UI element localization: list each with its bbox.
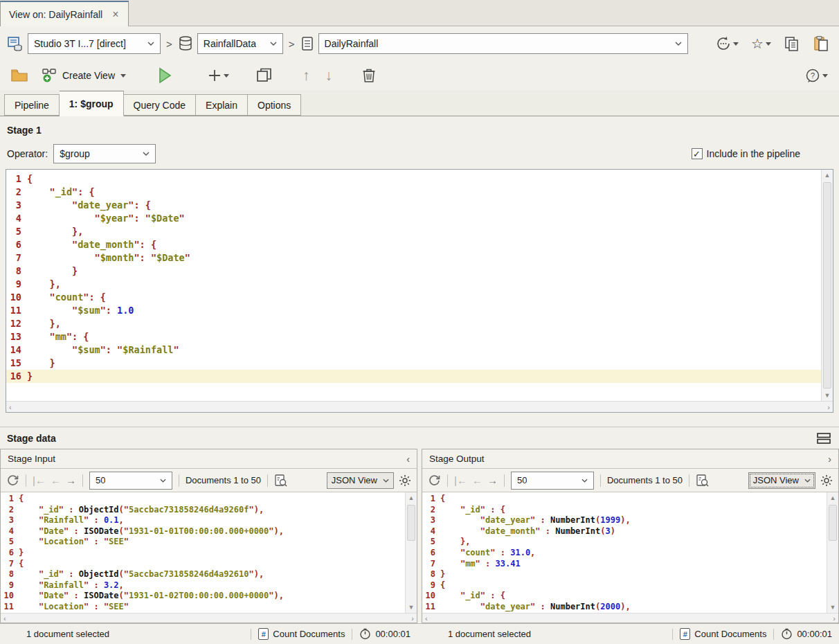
code-line[interactable]: 9{ (422, 580, 827, 591)
code-line[interactable]: 10 "_id" : { (422, 591, 827, 602)
code-line[interactable]: 11 "Location" : "SEE" (1, 602, 405, 613)
count-documents-button[interactable]: # Count Documents (680, 628, 766, 640)
code-line[interactable]: 6 "count" : 31.0, (422, 548, 827, 559)
editor-vertical-scrollbar[interactable]: ▲ ▼ (821, 170, 833, 401)
view-mode-select[interactable]: JSON View (748, 472, 815, 489)
scroll-down-icon[interactable]: ▼ (406, 602, 417, 613)
code-line[interactable]: 8 } (6, 265, 821, 278)
code-line[interactable]: 11 "date_year" : NumberInt(2000), (422, 602, 827, 613)
code-line[interactable]: 4 "Date" : ISODate("1931-01-01T00:00:00.… (1, 526, 405, 537)
connection-select[interactable]: Studio 3T I...7 [direct] (28, 33, 161, 54)
paste-button[interactable] (811, 34, 831, 53)
tab-explain[interactable]: Explain (196, 94, 248, 116)
refresh-button[interactable] (428, 474, 441, 487)
scroll-right-icon[interactable]: › (833, 614, 836, 623)
stage-code-area[interactable]: 1{2 "_id": {3 "date_year": {4 "$year": "… (6, 170, 821, 401)
stage-input-documents[interactable]: 1{2 "_id" : ObjectId("5accbac731858246d4… (1, 492, 405, 613)
copy-button[interactable] (782, 34, 802, 53)
tab-options[interactable]: Options (248, 94, 301, 116)
first-page-button[interactable]: |← (33, 474, 46, 486)
page-size-select[interactable]: 50 (89, 472, 172, 490)
find-in-documents-button[interactable] (696, 474, 710, 488)
code-line[interactable]: 3 "Rainfall" : 0.1, (1, 515, 405, 526)
count-documents-button[interactable]: # Count Documents (258, 628, 345, 640)
scrollbar-thumb[interactable] (829, 505, 837, 541)
code-line[interactable]: 7 "$month": "$Date" (6, 251, 821, 265)
create-view-button[interactable]: Create View (42, 68, 126, 83)
scroll-left-icon[interactable]: ‹ (9, 403, 12, 411)
split-layout-button[interactable] (817, 433, 831, 444)
scroll-down-icon[interactable]: ▼ (827, 602, 838, 613)
scroll-up-icon[interactable]: ▲ (827, 492, 838, 503)
include-in-pipeline-toggle[interactable]: ✓ Include in the pipeline (692, 148, 800, 159)
code-line[interactable]: 6 "date_month": { (6, 238, 821, 251)
code-line[interactable]: 4 "date_month" : NumberInt(3) (422, 526, 827, 537)
code-line[interactable]: 1{ (6, 172, 821, 186)
next-page-button[interactable]: → (66, 474, 76, 486)
code-line[interactable]: 12 }, (6, 317, 821, 330)
move-stage-down-button[interactable]: ↓ (324, 66, 334, 85)
output-vertical-scrollbar[interactable]: ▲ ▼ (827, 492, 838, 613)
scroll-up-icon[interactable]: ▲ (406, 492, 417, 503)
scroll-down-icon[interactable]: ▼ (822, 390, 833, 401)
scroll-left-icon[interactable]: ‹ (425, 614, 428, 623)
code-line[interactable]: 4 "$year": "$Date" (6, 212, 821, 225)
database-select[interactable]: RainfallData (197, 33, 283, 54)
code-line[interactable]: 1{ (422, 494, 827, 505)
output-horizontal-scrollbar[interactable]: ‹ › (422, 613, 838, 623)
first-page-button[interactable]: |← (454, 474, 467, 486)
help-button[interactable]: ? (804, 66, 829, 84)
code-line[interactable]: 5 }, (6, 225, 821, 238)
next-page-button[interactable]: → (487, 474, 498, 486)
move-stage-up-button[interactable]: ↑ (301, 66, 312, 85)
code-line[interactable]: 3 "date_year" : NumberInt(1999), (422, 515, 827, 526)
tab-pipeline[interactable]: Pipeline (4, 94, 60, 116)
view-settings-button[interactable] (820, 474, 833, 487)
code-line[interactable]: 5 "Location" : "SEE" (1, 537, 405, 548)
input-horizontal-scrollbar[interactable]: ‹ › (1, 613, 417, 623)
scroll-left-icon[interactable]: ‹ (3, 614, 6, 623)
code-line[interactable]: 15 } (6, 357, 821, 370)
duplicate-stage-button[interactable] (254, 66, 275, 85)
favorites-button[interactable]: ☆ (750, 34, 773, 53)
code-line[interactable]: 2 "_id" : { (422, 505, 827, 516)
find-in-documents-button[interactable] (274, 474, 288, 488)
view-settings-button[interactable] (399, 474, 411, 487)
scrollbar-thumb[interactable] (823, 182, 831, 388)
code-line[interactable]: 6} (1, 548, 405, 559)
collapse-right-icon[interactable]: › (828, 454, 831, 465)
open-folder-button[interactable] (10, 67, 29, 84)
code-line[interactable]: 9 "Rainfall" : 3.2, (1, 580, 405, 591)
editor-horizontal-scrollbar[interactable]: ‹ › (6, 401, 833, 412)
tab-query-code[interactable]: Query Code (124, 94, 196, 116)
code-line[interactable]: 11 "$sum": 1.0 (6, 304, 821, 317)
scrollbar-thumb[interactable] (407, 505, 415, 541)
scroll-right-icon[interactable]: › (827, 403, 830, 411)
stage-code-editor[interactable]: 1{2 "_id": {3 "date_year": {4 "$year": "… (6, 169, 833, 413)
code-line[interactable]: 7{ (1, 559, 405, 570)
checkbox-checked-icon[interactable]: ✓ (692, 148, 703, 159)
code-line[interactable]: 8 "_id" : ObjectId("5accbac731858246d4a9… (1, 569, 405, 580)
scroll-right-icon[interactable]: › (411, 614, 414, 623)
code-line[interactable]: 10 "count": { (6, 291, 821, 304)
query-history-button[interactable] (714, 35, 740, 53)
code-line[interactable]: 14 "$sum": "$Rainfall" (6, 343, 821, 357)
refresh-button[interactable] (6, 474, 19, 487)
delete-stage-button[interactable] (360, 66, 378, 85)
document-tab[interactable]: View on: DailyRainfall × (0, 1, 129, 26)
scroll-up-icon[interactable]: ▲ (822, 170, 833, 181)
code-line[interactable]: 13 "mm": { (6, 330, 821, 343)
tab-1-group[interactable]: 1: $group (60, 91, 124, 116)
operator-select[interactable]: $group (53, 144, 156, 163)
code-line[interactable]: 1{ (1, 494, 405, 505)
input-vertical-scrollbar[interactable]: ▲ ▼ (405, 492, 417, 613)
add-stage-button[interactable] (206, 67, 231, 84)
code-line[interactable]: 10 "Date" : ISODate("1931-01-02T00:00:00… (1, 591, 405, 602)
code-line[interactable]: 2 "_id" : ObjectId("5accbac731858246d4a9… (1, 505, 405, 516)
previous-page-button[interactable]: ← (472, 474, 482, 486)
code-line[interactable]: 9 }, (6, 278, 821, 291)
stage-output-documents[interactable]: 1{2 "_id" : {3 "date_year" : NumberInt(1… (422, 492, 827, 613)
view-mode-select[interactable]: JSON View (327, 472, 394, 489)
code-line[interactable]: 3 "date_year": { (6, 199, 821, 212)
page-size-select[interactable]: 50 (511, 472, 594, 490)
